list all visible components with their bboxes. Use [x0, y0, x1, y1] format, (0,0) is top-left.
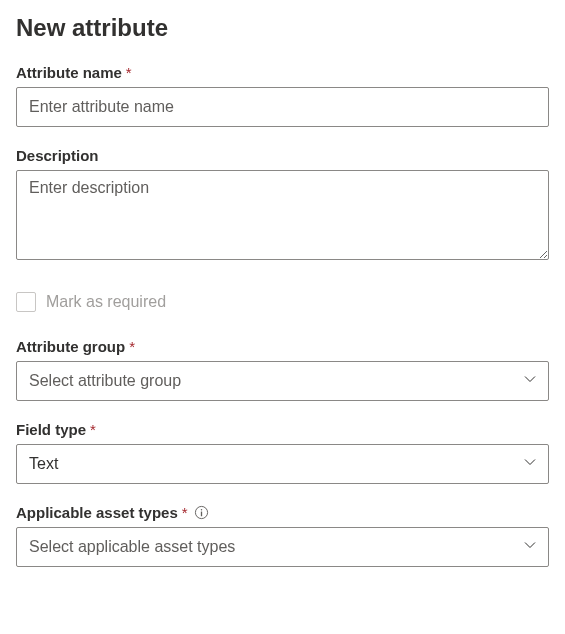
attribute-name-label: Attribute name *	[16, 64, 549, 81]
field-type-select[interactable]: Text	[16, 444, 549, 484]
attribute-name-input[interactable]	[16, 87, 549, 127]
svg-point-1	[200, 509, 202, 511]
page-title: New attribute	[16, 14, 549, 42]
field-type-field-group: Field type * Text	[16, 421, 549, 484]
applicable-asset-types-field-group: Applicable asset types * Select applicab…	[16, 504, 549, 567]
attribute-group-label-text: Attribute group	[16, 338, 125, 355]
required-asterisk: *	[129, 338, 135, 355]
description-field-group: Description	[16, 147, 549, 264]
attribute-group-field-group: Attribute group * Select attribute group	[16, 338, 549, 401]
required-asterisk: *	[182, 504, 188, 521]
description-label: Description	[16, 147, 549, 164]
field-type-label-text: Field type	[16, 421, 86, 438]
required-asterisk: *	[126, 64, 132, 81]
attribute-name-label-text: Attribute name	[16, 64, 122, 81]
applicable-asset-types-select[interactable]: Select applicable asset types	[16, 527, 549, 567]
info-icon[interactable]	[194, 505, 209, 520]
applicable-asset-types-label: Applicable asset types *	[16, 504, 549, 521]
svg-rect-2	[200, 512, 201, 517]
attribute-group-label: Attribute group *	[16, 338, 549, 355]
required-asterisk: *	[90, 421, 96, 438]
applicable-asset-types-label-text: Applicable asset types	[16, 504, 178, 521]
attribute-group-select[interactable]: Select attribute group	[16, 361, 549, 401]
attribute-group-select-wrapper: Select attribute group	[16, 361, 549, 401]
applicable-asset-types-select-wrapper: Select applicable asset types	[16, 527, 549, 567]
mark-required-row[interactable]: Mark as required	[16, 292, 549, 312]
description-input[interactable]	[16, 170, 549, 260]
field-type-select-wrapper: Text	[16, 444, 549, 484]
mark-required-checkbox[interactable]	[16, 292, 36, 312]
field-type-label: Field type *	[16, 421, 549, 438]
attribute-name-field-group: Attribute name *	[16, 64, 549, 127]
mark-required-label: Mark as required	[46, 293, 166, 311]
description-label-text: Description	[16, 147, 99, 164]
